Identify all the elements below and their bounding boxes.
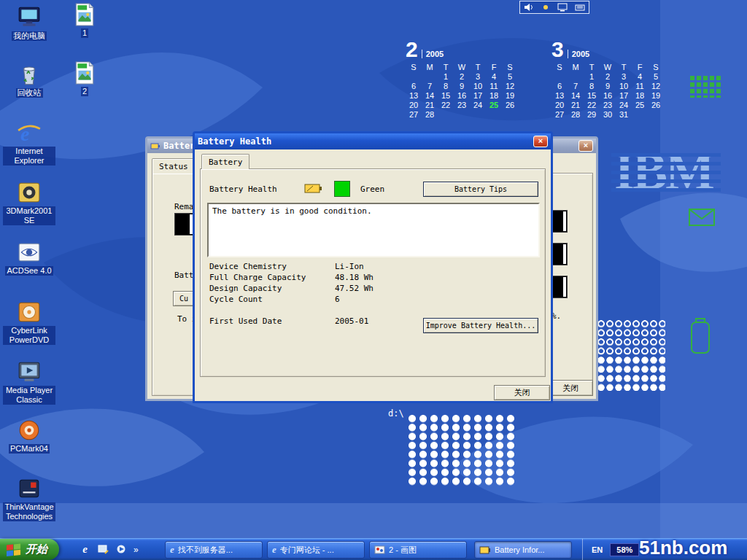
calendar-month-number: 2 xyxy=(406,39,418,60)
internet-explorer-icon: e xyxy=(272,544,276,556)
taskbar-item-browser-1[interactable]: e 找不到服务器... xyxy=(165,541,263,559)
calendar-date: 11 xyxy=(486,82,502,91)
calendar-date: 12 xyxy=(502,82,518,91)
calendar-day-header: F xyxy=(486,63,502,72)
my-computer-icon xyxy=(17,6,42,29)
desktop-icon-powerdvd[interactable]: CyberLink PowerDVD xyxy=(3,300,55,345)
calendar-date: 28 xyxy=(422,110,438,120)
chevron-right-icon[interactable]: » xyxy=(133,545,139,555)
internet-explorer-icon: e xyxy=(170,544,174,556)
desktop-icon-3dmark2001[interactable]: 3DMark2001 SE xyxy=(3,181,55,225)
calendar-date: 6 xyxy=(406,82,422,91)
calendar-day-header: S xyxy=(502,63,518,72)
brightness-icon xyxy=(541,3,550,12)
jpg-file-icon xyxy=(74,61,95,85)
taskbar-item-battery-information[interactable]: Battery Infor... xyxy=(474,541,572,559)
show-desktop-icon[interactable] xyxy=(97,543,109,556)
taskbar-item-label: 专门网论坛 - ... xyxy=(280,545,334,556)
media-player-classic-icon xyxy=(17,360,42,384)
icon-label: 1 xyxy=(81,28,88,38)
language-indicator[interactable]: EN xyxy=(592,545,603,554)
calendar-date: 10 xyxy=(616,82,632,91)
close-icon[interactable]: × xyxy=(533,136,548,147)
icon-label: 我的电脑 xyxy=(12,31,47,41)
tab-status[interactable]: Status xyxy=(152,158,196,174)
close-button[interactable]: 关闭 xyxy=(548,380,593,396)
customize-button-fragment[interactable]: Cu xyxy=(173,291,195,306)
battery-percentage-indicator[interactable]: 58% xyxy=(610,543,639,556)
calendar-date: 28 xyxy=(568,110,584,120)
calendar-date: 29 xyxy=(584,110,600,120)
calendar-date: 7 xyxy=(422,82,438,91)
calendar-date: 16 xyxy=(600,91,616,101)
desktop-icon-acdsee[interactable]: ACDSee 4.0 xyxy=(3,241,55,276)
media-player-icon[interactable] xyxy=(115,543,128,556)
calendar-year: 2005 xyxy=(568,50,589,58)
calendar-date: 8 xyxy=(584,82,600,91)
powerdvd-icon xyxy=(17,300,42,324)
taskbar-item-browser-2[interactable]: e 专门网论坛 - ... xyxy=(267,541,365,559)
calendar-day-header: T xyxy=(438,63,454,72)
calendar-date: 5 xyxy=(502,72,518,82)
calendar-date: 1 xyxy=(438,72,454,82)
calendar-date xyxy=(486,110,502,120)
battery-icon xyxy=(479,546,491,554)
icon-label: ThinkVantage Technologies xyxy=(3,502,55,521)
calendar-date: 30 xyxy=(600,110,616,120)
battery-health-dialog: Battery Health × Battery Battery Health … xyxy=(193,131,553,403)
calendar-date xyxy=(502,110,518,120)
tab-battery[interactable]: Battery xyxy=(201,154,249,169)
battery-gauge-fragment xyxy=(551,276,568,298)
desktop-icon-media-player-classic[interactable]: Media Player Classic xyxy=(3,360,55,405)
calendar-date xyxy=(648,110,664,120)
calendar-date: 19 xyxy=(648,91,664,101)
osd-toolbar xyxy=(519,1,589,14)
internet-explorer-icon[interactable]: e xyxy=(79,543,91,556)
spec-value: 48.18 Wh xyxy=(335,273,374,284)
battery-tips-button[interactable]: Battery Tips xyxy=(423,182,538,197)
calendar-date: 8 xyxy=(438,82,454,91)
wallpaper-calendar-february: 2 2005 SMTWTFS 1234567891011121314151617… xyxy=(406,39,518,120)
calendar-date: 5 xyxy=(648,72,664,82)
calendar-date: 16 xyxy=(454,91,470,101)
close-icon[interactable]: × xyxy=(578,140,593,152)
calendar-date xyxy=(470,110,486,120)
spec-row: Full Charge Capacity 48.18 Wh xyxy=(209,273,538,284)
calendar-date: 25 xyxy=(486,101,502,110)
calendar-date: 31 xyxy=(616,110,632,120)
spec-row: Device Chemistry Li-Ion xyxy=(209,262,538,273)
calendar-date: 4 xyxy=(632,72,648,82)
calendar-date: 3 xyxy=(470,72,486,82)
ring-dots-pattern xyxy=(597,319,665,356)
desktop-icon-pcmark04[interactable]: PCMark04 xyxy=(3,419,55,454)
taskbar-item-paint[interactable]: 2 - 画图 xyxy=(369,541,467,559)
close-button[interactable]: 关闭 xyxy=(494,385,550,400)
calendar-date xyxy=(568,72,584,82)
improve-battery-health-button[interactable]: Improve Battery Health... xyxy=(423,318,538,333)
3dmark-icon xyxy=(17,181,42,204)
calendar-date: 25 xyxy=(632,101,648,110)
calendar-date xyxy=(406,72,422,82)
calendar-day-header: S xyxy=(551,63,568,72)
desktop-icon-recycle-bin[interactable]: 回收站 xyxy=(3,63,55,98)
dialog-title: Battery Health xyxy=(198,136,533,147)
calendar-date: 20 xyxy=(551,101,568,110)
icon-label: PCMark04 xyxy=(9,444,50,454)
calendar-date: 18 xyxy=(486,91,502,101)
calendar-date: 23 xyxy=(600,101,616,110)
calendar-date: 9 xyxy=(454,82,470,91)
desktop-icon-my-computer[interactable]: 我的电脑 xyxy=(3,6,55,41)
condition-textbox[interactable]: The battery is in good condition. xyxy=(207,203,540,257)
desktop-icon-internet-explorer[interactable]: e Internet Explorer xyxy=(3,121,55,166)
desktop-icon-thinkvantage[interactable]: ThinkVantage Technologies xyxy=(3,477,55,521)
battery-health-titlebar[interactable]: Battery Health × xyxy=(195,133,551,149)
start-button[interactable]: 开始 xyxy=(0,539,59,560)
desktop-file-jpg-2[interactable]: 2 xyxy=(67,61,102,96)
calendar-date: 10 xyxy=(470,82,486,91)
pcmark-icon xyxy=(17,419,42,442)
icon-label: Internet Explorer xyxy=(3,147,55,166)
calendar-date: 6 xyxy=(551,82,568,91)
desktop-file-jpg-1[interactable]: 1 xyxy=(67,3,102,38)
spec-value: Li-Ion xyxy=(335,262,364,273)
calendar-day-header: W xyxy=(600,63,616,72)
